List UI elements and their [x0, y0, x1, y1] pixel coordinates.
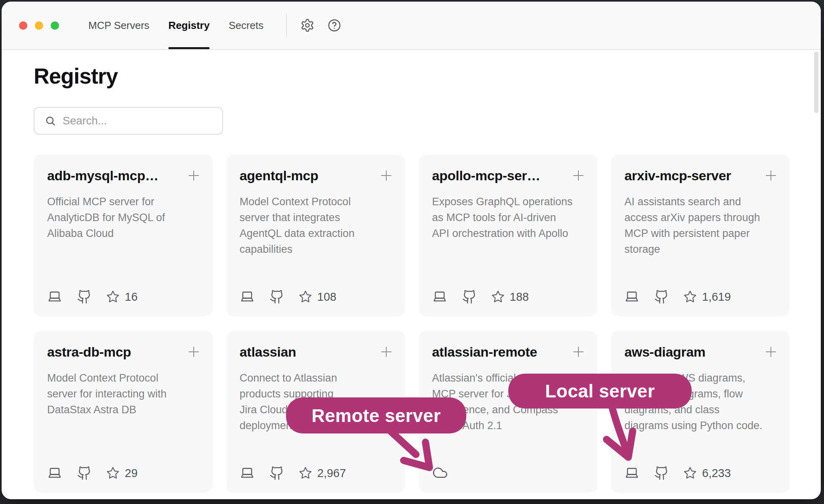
laptop-icon — [47, 289, 62, 304]
server-description: Model Context Protocolserver that integr… — [240, 194, 393, 257]
add-server-button[interactable] — [764, 345, 778, 359]
server-card[interactable]: astra-db-mcp Model Context Protocolserve… — [34, 331, 213, 493]
github-icon — [77, 466, 92, 481]
remote-server-callout: Remote server — [286, 397, 466, 433]
settings-button[interactable] — [299, 17, 316, 34]
server-card[interactable]: aws-diagram Generate AWS diagrams,sequen… — [611, 331, 790, 493]
add-server-button[interactable] — [187, 345, 201, 359]
laptop-icon — [240, 466, 255, 481]
github-icon — [269, 466, 284, 481]
server-card[interactable]: apollo-mcp-ser… Exposes GraphQL operatio… — [419, 155, 598, 316]
server-name: astra-db-mcp — [47, 344, 131, 360]
server-name: adb-mysql-mcp… — [47, 168, 158, 183]
search-input[interactable] — [63, 108, 222, 134]
server-name: atlassian — [240, 344, 296, 360]
server-name: aws-diagram — [624, 344, 706, 360]
server-name: agentql-mcp — [240, 168, 319, 183]
laptop-icon — [47, 466, 62, 481]
star-count: 188 — [510, 290, 529, 304]
window-controls — [19, 2, 59, 49]
star-icon — [299, 466, 312, 480]
star-count: 29 — [125, 467, 137, 480]
plus-icon — [187, 168, 201, 183]
server-card[interactable]: arxiv-mcp-server AI assistants search an… — [611, 155, 790, 316]
server-card-footer: 6,233 — [624, 466, 778, 481]
plus-icon — [379, 168, 393, 183]
server-card-footer: 2,967 — [240, 466, 393, 481]
server-name: apollo-mcp-ser… — [432, 168, 540, 183]
add-server-button[interactable] — [187, 168, 201, 183]
add-server-button[interactable] — [571, 168, 586, 183]
server-card-grid: adb-mysql-mcp… Official MCP server forAn… — [34, 155, 790, 493]
github-icon — [77, 289, 92, 304]
server-description: Model Context Protocolserver for interac… — [47, 370, 201, 418]
github-icon — [654, 289, 669, 304]
star-count: 6,233 — [702, 467, 731, 480]
zoom-window-button[interactable] — [51, 21, 59, 30]
star-icon — [299, 290, 312, 304]
plus-icon — [571, 345, 586, 359]
tab-mcp-servers[interactable]: MCP Servers — [88, 2, 149, 49]
plus-icon — [764, 345, 778, 359]
github-icon — [269, 289, 284, 304]
minimize-window-button[interactable] — [35, 21, 43, 30]
tab-registry[interactable]: Registry — [168, 2, 210, 49]
laptop-icon — [240, 289, 255, 304]
star-count: 1,619 — [702, 290, 731, 304]
page-title: Registry — [34, 63, 790, 89]
cloud-icon — [432, 465, 448, 481]
add-server-button[interactable] — [379, 345, 393, 359]
star-count: 2,967 — [317, 467, 346, 480]
star-icon — [106, 466, 120, 480]
search-box — [34, 107, 223, 135]
laptop-icon — [432, 289, 447, 304]
star-icon — [683, 290, 697, 304]
search-icon — [45, 115, 56, 126]
star-icon — [683, 466, 697, 480]
tab-secrets[interactable]: Secrets — [229, 2, 263, 49]
local-server-callout: Local server — [508, 374, 692, 409]
add-server-button[interactable] — [764, 168, 778, 183]
server-card[interactable]: agentql-mcp Model Context Protocolserver… — [226, 155, 405, 316]
help-button[interactable] — [326, 17, 343, 34]
plus-icon — [379, 345, 393, 359]
star-count: 16 — [125, 290, 137, 304]
server-name: arxiv-mcp-server — [624, 168, 731, 183]
github-icon — [462, 289, 477, 304]
main-nav: MCP Servers Registry Secrets — [88, 2, 263, 49]
gear-icon — [300, 18, 315, 32]
server-card-footer: 1,619 — [624, 289, 778, 304]
star-icon — [106, 290, 120, 304]
server-name: atlassian-remote — [432, 344, 537, 360]
server-description: Exposes GraphQL operationsas MCP tools f… — [432, 194, 586, 241]
laptop-icon — [624, 466, 639, 481]
server-card[interactable]: adb-mysql-mcp… Official MCP server forAn… — [34, 155, 213, 316]
server-description: AI assistants search andaccess arXiv pap… — [624, 194, 778, 257]
plus-icon — [187, 345, 201, 359]
app-window: MCP Servers Registry Secrets Registry — [2, 2, 821, 499]
star-count: 108 — [317, 290, 336, 304]
github-icon — [654, 466, 669, 481]
title-bar: MCP Servers Registry Secrets — [2, 2, 821, 50]
vertical-scrollbar-thumb[interactable] — [814, 52, 818, 113]
add-server-button[interactable] — [379, 168, 393, 183]
add-server-button[interactable] — [571, 345, 586, 359]
laptop-icon — [624, 289, 639, 304]
server-card-footer — [432, 465, 586, 481]
plus-icon — [764, 168, 778, 183]
server-card-footer: 16 — [47, 289, 201, 304]
server-card-footer: 108 — [240, 289, 393, 304]
topbar-divider — [286, 14, 287, 37]
server-card-footer: 29 — [47, 466, 201, 481]
close-window-button[interactable] — [19, 21, 27, 30]
star-icon — [491, 290, 505, 304]
server-card-footer: 188 — [432, 289, 586, 304]
question-mark-icon — [327, 18, 341, 32]
server-description: Official MCP server forAnalyticDB for My… — [47, 194, 201, 241]
plus-icon — [571, 168, 586, 183]
